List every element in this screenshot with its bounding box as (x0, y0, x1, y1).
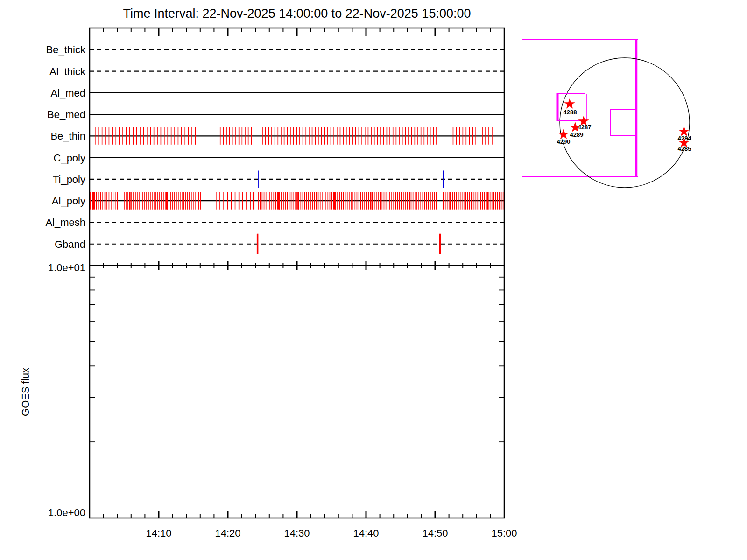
flare-label: 4288 (564, 109, 577, 116)
solar-pointing-map: 428842874289429042844285 (522, 39, 691, 188)
y-tick-label-top: 1.0e+01 (48, 262, 85, 273)
row-label: Ti_poly (53, 174, 85, 185)
timeline-row: Be_thick (46, 44, 504, 56)
row-label: Gband (55, 238, 85, 250)
row-label: Al_mesh (45, 217, 85, 228)
plot-title: Time Interval: 22-Nov-2025 14:00:00 to 2… (90, 7, 504, 21)
x-tick-label: 14:30 (284, 527, 310, 539)
row-label: Be_med (47, 109, 85, 120)
x-tick-label: 15:00 (491, 527, 517, 539)
solar-limb-circle (560, 58, 690, 188)
timeline-row: Al_med (50, 87, 504, 99)
goes-y-axis: 1.0e+011.0e+00GOES flux (20, 262, 504, 518)
x-axis-labels: 14:1014:2014:3014:4014:5015:00 (146, 527, 517, 539)
x-tick-label: 14:40 (353, 527, 379, 539)
x-tick-label: 14:10 (146, 527, 171, 539)
row-label: Al_med (50, 87, 85, 99)
row-label: Al_thick (49, 66, 86, 77)
timeline-row: Al_mesh (45, 217, 504, 228)
x-tick-label: 14:20 (215, 527, 240, 539)
goes-panel-frame (90, 266, 504, 518)
x-tick-label: 14:50 (422, 527, 448, 539)
y-tick-label-bottom: 1.0e+00 (48, 507, 85, 518)
timeline-panel-frame (90, 28, 504, 266)
timeline-row: Al_thick (49, 66, 504, 77)
timeline-row: Be_med (47, 109, 504, 120)
timeline-row: Gband (55, 234, 504, 254)
timeline-and-goes-chart: 14:1014:2014:3014:4014:5015:00Be_thickAl… (0, 0, 747, 560)
fov-box (611, 109, 636, 135)
timeline-row: Al_poly (52, 192, 504, 210)
flare-label: 4290 (557, 138, 571, 145)
row-label: Be_thick (46, 44, 86, 56)
goes-flux-axis-title: GOES flux (20, 368, 31, 416)
row-label: Al_poly (52, 195, 85, 207)
flare-star-icon (564, 98, 575, 109)
flare-label: 4287 (578, 124, 592, 131)
row-label: Be_thin (50, 130, 85, 142)
flare-label: 4285 (678, 145, 691, 152)
flare-star-icon (558, 129, 569, 139)
xrt-observation-plot: Time Interval: 22-Nov-2025 14:00:00 to 2… (0, 0, 747, 560)
timeline-row: Ti_poly (53, 170, 504, 188)
timeline-row: Be_thin (50, 127, 504, 145)
row-label: C_poly (54, 152, 85, 164)
flare-marker: 4288 (564, 98, 577, 116)
flare-marker: 4290 (557, 129, 571, 145)
x-axis-ticks (104, 28, 491, 518)
flare-label: 4289 (570, 131, 584, 138)
timeline-row: C_poly (54, 152, 504, 164)
